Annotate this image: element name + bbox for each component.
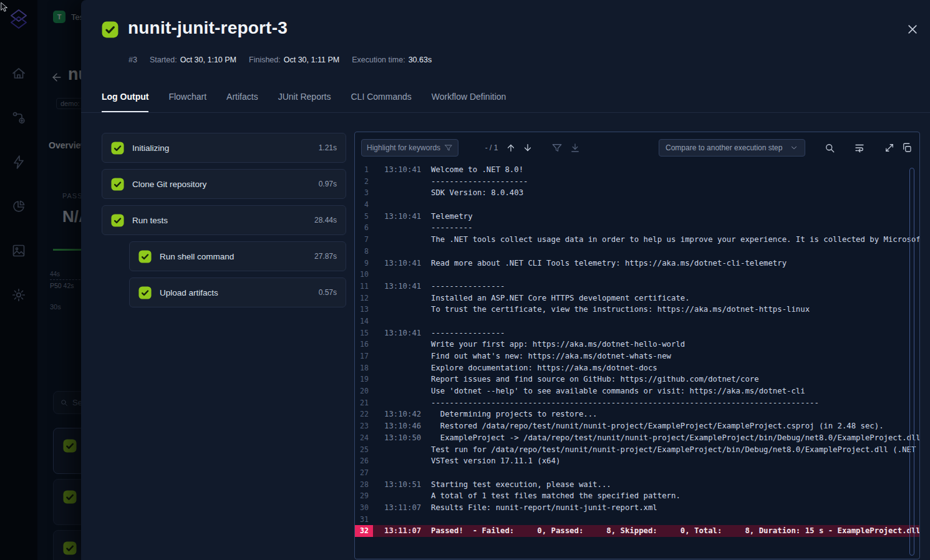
copy-log-icon[interactable] <box>901 142 913 153</box>
tab-log-output[interactable]: Log Output <box>102 92 148 113</box>
step-card-upload-artifacts[interactable]: Upload artifacts0.57s <box>129 278 346 307</box>
next-match-icon[interactable] <box>522 142 533 153</box>
search-log-icon[interactable] <box>824 142 835 153</box>
log-text: ExampleProject -> /data/repo/test/nunit/… <box>431 432 919 444</box>
finished-value: Oct 30, 1:11 PM <box>284 56 339 64</box>
line-number: 26 <box>355 455 373 467</box>
mouse-cursor <box>0 2 9 13</box>
log-timestamp <box>384 222 422 234</box>
log-line-22: 2213:10:42 Determining projects to resto… <box>355 408 919 420</box>
line-number: 31 <box>355 514 373 526</box>
log-text: Find out what's new: https://aka.ms/dotn… <box>431 350 671 362</box>
line-number: 15 <box>355 327 373 339</box>
tab-artifacts[interactable]: Artifacts <box>226 92 258 113</box>
line-number: 13 <box>355 304 373 316</box>
log-text: Installed an ASP.NET Core HTTPS developm… <box>431 292 690 304</box>
line-number: 32 <box>355 525 373 537</box>
log-line-13: 13To trust the certificate, view the ins… <box>355 304 919 316</box>
log-timestamp <box>384 339 422 350</box>
log-line-12: 12Installed an ASP.NET Core HTTPS develo… <box>355 292 919 304</box>
log-scrollbar[interactable] <box>909 168 914 556</box>
previous-match-icon[interactable] <box>505 142 516 153</box>
line-number: 30 <box>355 502 373 514</box>
tab-junit-reports[interactable]: JUnit Reports <box>278 92 331 113</box>
log-text: Determining projects to restore... <box>431 408 598 420</box>
log-line-21: 21--------------------------------------… <box>355 397 919 409</box>
log-line-32: 3213:11:07Passed! - Failed: 0, Passed: 8… <box>355 525 919 537</box>
log-text: VSTest version 17.11.1 (x64) <box>431 455 560 467</box>
success-check-icon <box>111 214 124 227</box>
close-icon[interactable] <box>906 23 919 36</box>
line-number: 1 <box>355 164 373 176</box>
log-timestamp <box>384 467 422 479</box>
log-text: Passed! - Failed: 0, Passed: 8, Skipped:… <box>431 525 919 537</box>
log-line-20: 20Use 'dotnet --help' to see available c… <box>355 385 919 397</box>
step-label: Upload artifacts <box>160 288 319 297</box>
log-timestamp <box>384 362 422 374</box>
log-text: Welcome to .NET 8.0! <box>431 164 523 176</box>
step-label: Run shell command <box>160 252 314 261</box>
finished-label: Finished: <box>249 56 281 64</box>
highlight-keywords-box[interactable] <box>361 139 458 157</box>
log-text: To trust the certificate, view the instr… <box>431 304 810 316</box>
fullscreen-icon[interactable] <box>884 142 895 153</box>
line-number: 27 <box>355 467 373 479</box>
log-line-2: 2--------------------- <box>355 176 919 188</box>
log-line-8: 8 <box>355 246 919 258</box>
line-number: 9 <box>355 258 373 269</box>
step-card-run-shell-command[interactable]: Run shell command27.87s <box>129 241 346 271</box>
tab-cli-commands[interactable]: CLI Commands <box>351 92 412 113</box>
step-card-clone-git-repository[interactable]: Clone Git repository0.97s <box>102 169 346 199</box>
highlight-keywords-input[interactable] <box>367 143 442 152</box>
step-duration: 0.57s <box>319 288 337 297</box>
log-timestamp <box>384 187 422 199</box>
download-log-icon[interactable] <box>569 142 581 153</box>
success-check-icon <box>111 142 124 155</box>
log-line-17: 17Find out what's new: https://aka.ms/do… <box>355 350 919 362</box>
compare-step-select[interactable]: Compare to another execution step <box>659 139 805 157</box>
execution-meta: #3 Started: Oct 30, 1:10 PM Finished: Oc… <box>128 56 432 64</box>
log-text: Test run for /data/repo/test/nunit/nunit… <box>431 444 916 456</box>
wrap-text-icon[interactable] <box>854 142 865 153</box>
log-timestamp <box>384 304 422 316</box>
log-lines[interactable]: 113:10:41Welcome to .NET 8.0!2----------… <box>355 164 919 559</box>
log-line-25: 25Test run for /data/repo/test/nunit/nun… <box>355 444 919 456</box>
filter-icon <box>444 143 453 152</box>
line-number: 7 <box>355 234 373 246</box>
step-label: Initializing <box>132 143 319 153</box>
log-timestamp <box>384 397 422 409</box>
tabs-divider <box>81 112 930 113</box>
step-label: Run tests <box>132 216 314 225</box>
line-number: 22 <box>355 408 373 420</box>
log-text: Explore documentation: https://aka.ms/do… <box>431 362 657 374</box>
log-timestamp <box>384 444 422 456</box>
log-text: SDK Version: 8.0.403 <box>431 187 523 199</box>
log-timestamp <box>384 292 422 304</box>
log-text: Write your first app: https://aka.ms/dot… <box>431 339 685 350</box>
line-number: 11 <box>355 281 373 292</box>
log-timestamp <box>384 385 422 397</box>
log-line-26: 26VSTest version 17.11.1 (x64) <box>355 455 919 467</box>
line-number: 3 <box>355 187 373 199</box>
log-line-29: 29A total of 1 test files matched the sp… <box>355 490 919 502</box>
log-line-14: 14 <box>355 316 919 327</box>
tab-flowchart[interactable]: Flowchart <box>168 92 206 113</box>
log-line-9: 913:10:41Read more about .NET CLI Tools … <box>355 258 919 269</box>
success-check-icon <box>138 286 152 299</box>
success-check-icon <box>138 250 152 263</box>
log-timestamp <box>384 350 422 362</box>
step-card-run-tests[interactable]: Run tests28.44s <box>102 205 346 235</box>
log-timestamp: 13:10:42 <box>384 408 422 420</box>
filter-lines-icon[interactable] <box>551 142 563 153</box>
line-number: 8 <box>355 246 373 258</box>
log-text: The .NET tools collect usage data in ord… <box>431 234 919 246</box>
log-timestamp <box>384 490 422 502</box>
log-timestamp: 13:10:51 <box>384 479 422 491</box>
success-check-icon <box>111 178 124 191</box>
log-timestamp: 13:10:41 <box>384 211 422 223</box>
tab-workflow-definition[interactable]: Workflow Definition <box>432 92 506 113</box>
log-text: Use 'dotnet --help' to see available com… <box>431 385 805 397</box>
step-card-initializing[interactable]: Initializing1.21s <box>102 133 346 163</box>
log-line-5: 513:10:41Telemetry <box>355 211 919 223</box>
log-line-3: 3SDK Version: 8.0.403 <box>355 187 919 199</box>
